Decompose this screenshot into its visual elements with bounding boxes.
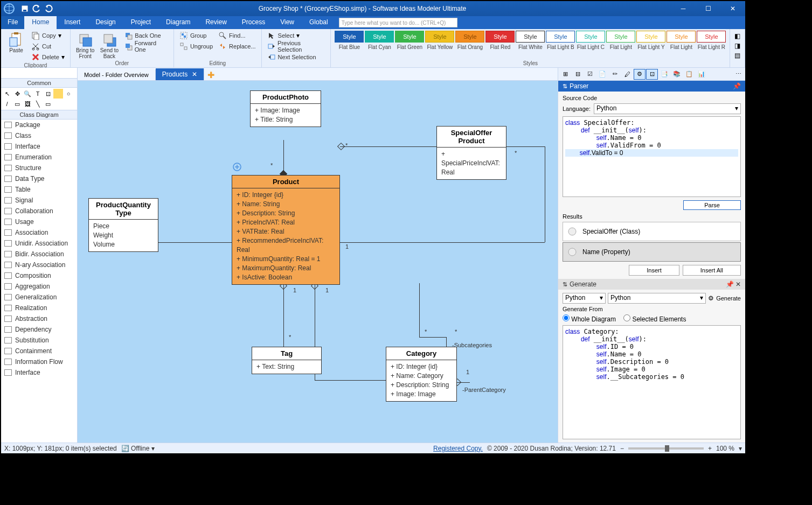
generate-panel-header[interactable]: ⇅ Generate📌 ✕ [558,279,745,290]
toolbox-item[interactable]: Class [1,130,77,141]
toolbox-item[interactable]: Composition [1,270,77,281]
style-swatch[interactable]: Style [516,31,545,43]
rtool-6-icon[interactable]: 🖊 [621,69,633,80]
delete-button[interactable]: Delete ▾ [29,52,67,62]
rtool-11-icon[interactable]: 📋 [683,69,695,80]
paste-button[interactable]: Paste [4,30,28,62]
toolbox-item[interactable]: Interface [1,367,77,378]
tool-rect-yellow-icon[interactable] [53,89,63,99]
tool-circle-icon[interactable]: ○ [64,89,73,99]
class-productqty[interactable]: ProductQuantity Type PieceWeightVolume [88,198,158,252]
tab-close-icon[interactable]: ✕ [192,71,197,78]
menu-project[interactable]: Project [123,16,158,29]
forward-one-button[interactable]: Forward One [122,41,170,52]
ungroup-button[interactable]: Ungroup [177,41,215,52]
qat-redo-icon[interactable] [43,3,54,14]
tool-note-icon[interactable]: ⊡ [43,89,53,99]
style-swatch[interactable]: Style [636,31,665,43]
add-glyph-icon[interactable] [233,163,241,171]
style-swatch[interactable]: Style [455,31,484,43]
tab-products[interactable]: Products✕ [156,68,204,80]
toolbox-item[interactable]: Unidir. Association [1,238,77,249]
generate-code-output[interactable]: class Category: def __init__(self): self… [563,325,741,439]
menu-insert[interactable]: Insert [57,16,88,29]
tool-connector1-icon[interactable]: ╲ [33,99,43,109]
toolbox-item[interactable]: Table [1,184,77,195]
tool-line-icon[interactable]: / [2,99,12,109]
tab-add-button[interactable]: ✚ [204,70,218,80]
replace-button[interactable]: Replace... [216,41,258,52]
parser-code-input[interactable]: class SpecialOffer: def __init__(self): … [563,116,741,197]
style-swatch[interactable]: Style [606,31,635,43]
toolbox-item[interactable]: Signal [1,195,77,206]
rtool-5-icon[interactable]: ✏ [609,69,621,80]
cut-button[interactable]: Cut [29,41,67,52]
class-product[interactable]: Product + ID: Integer {id}+ Name: String… [232,175,340,285]
toolbox-item[interactable]: Interface [1,141,77,152]
menu-review[interactable]: Review [198,16,234,29]
diagram-canvas[interactable]: * * 1 * 1 1 * * * -Subcategories 1 -Pare… [78,81,558,443]
toolbox-item[interactable]: Enumeration [1,152,77,163]
ribbon-more-2-icon[interactable]: ◨ [734,42,740,50]
prev-selection-button[interactable]: Previous Selection [265,41,328,52]
class-tag[interactable]: Tag + Text: String [252,347,322,374]
zoom-slider[interactable] [628,447,704,450]
menu-search-input[interactable]: Type here what you want to do... (CTRL+Q… [339,18,457,27]
toolbox-item[interactable]: Data Type [1,173,77,184]
back-one-button[interactable]: Back One [122,30,170,41]
radio-selected-elements[interactable]: Selected Elements [623,314,686,323]
qat-save-icon[interactable] [19,3,30,14]
send-to-back-button[interactable]: Send to Back [98,30,121,60]
status-offline[interactable]: 🔄 Offline ▾ [121,445,155,452]
style-swatch[interactable]: Style [485,31,515,43]
toolbox-item[interactable]: Generalization [1,292,77,303]
tab-model-overview[interactable]: Model - Folder Overview [78,69,156,80]
gen-run-icon[interactable]: ⚙ [708,294,714,302]
rtool-10-icon[interactable]: 📚 [671,69,683,80]
toolbox-item[interactable]: Containment [1,346,77,356]
class-productphoto[interactable]: ProductPhoto + Image: Image+ Title: Stri… [250,90,321,127]
next-selection-button[interactable]: Next Selection [265,52,328,62]
rtool-2-icon[interactable]: ⊟ [572,69,584,80]
toolbox-item[interactable]: Association [1,227,77,238]
style-swatch[interactable]: Style [667,31,696,43]
menu-home[interactable]: Home [24,16,57,29]
rtool-1-icon[interactable]: ⊞ [559,69,571,80]
parser-language-select[interactable]: Python▾ [594,103,741,114]
toolbox-item[interactable]: Abstraction [1,313,77,324]
status-registered-link[interactable]: Registered Copy. [433,445,483,452]
insert-all-button[interactable]: Insert All [683,265,741,276]
rtool-overflow-icon[interactable]: ⋯ [732,69,744,80]
result-specialoffer[interactable]: SpecialOffer (Class) [563,222,741,241]
toolbox-item[interactable]: Usage [1,216,77,227]
class-category[interactable]: Category + ID: Integer {id}+ Name: Categ… [386,347,457,402]
rtool-8-icon[interactable]: ⊡ [646,69,658,80]
toolbox-item[interactable]: Dependency [1,324,77,335]
tool-text-icon[interactable]: T [33,89,43,99]
rtool-3-icon[interactable]: ☑ [584,69,596,80]
parse-button[interactable]: Parse [683,200,741,210]
toolbox-item[interactable]: Substitution [1,335,77,346]
zoom-out-button[interactable]: − [620,445,624,452]
toolbox-item[interactable]: Package [1,120,77,130]
tool-connector2-icon[interactable]: ▭ [43,99,53,109]
copy-button[interactable]: Copy ▾ [29,30,67,41]
maximize-button[interactable]: ☐ [696,1,720,16]
rtool-12-icon[interactable]: 📊 [696,69,707,80]
zoom-value[interactable]: 100 % [716,445,734,452]
toolbox-item[interactable]: Collaboration [1,206,77,216]
ribbon-more-3-icon[interactable]: ▤ [734,52,740,59]
minimize-button[interactable]: ─ [671,1,696,16]
toolbox-section-common[interactable]: Common [1,79,77,88]
rtool-4-icon[interactable]: 📄 [596,69,608,80]
style-swatch[interactable]: Style [546,31,575,43]
ribbon-more-1-icon[interactable]: ◧ [734,32,740,40]
menu-design[interactable]: Design [88,16,123,29]
menu-global[interactable]: Global [302,16,336,29]
menu-process[interactable]: Process [234,16,273,29]
group-button[interactable]: Group [177,30,215,41]
tool-image-icon[interactable]: 🖼 [23,99,32,109]
radio-whole-diagram[interactable]: Whole Diagram [563,314,616,323]
menu-view[interactable]: View [273,16,302,29]
style-swatch[interactable]: Style [576,31,605,43]
